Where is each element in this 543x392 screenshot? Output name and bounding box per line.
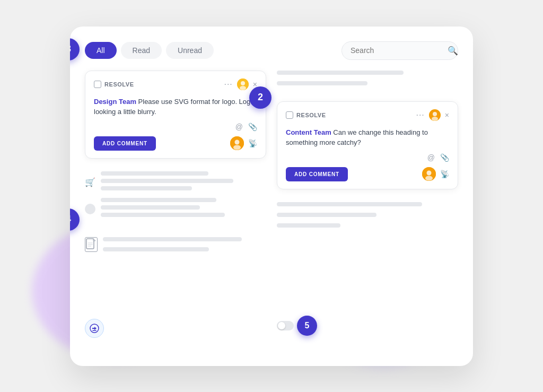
svg-point-13 (432, 117, 438, 121)
left-column: 4 RESOLVE ··· (85, 71, 266, 343)
doc-svg (86, 238, 97, 251)
bottom-line-a (103, 237, 242, 241)
resolve-label-right: RESOLVE (296, 112, 326, 118)
content-area: 4 RESOLVE ··· (85, 71, 458, 343)
add-comment-button-left[interactable]: ADD COMMENT (94, 136, 156, 151)
card-footer-right: ADD COMMENT 📡 (286, 167, 449, 181)
footer-right-right: 📡 (422, 167, 449, 181)
skeleton-row-2 (85, 198, 266, 220)
avatar-icon-left (237, 79, 249, 90)
comment-body-right: Content Team Can we change this heading … (286, 127, 449, 148)
footer-avatar-icon-left (230, 136, 244, 150)
svg-point-1 (241, 81, 245, 85)
svg-rect-6 (86, 239, 94, 249)
footer-avatar-right (422, 167, 436, 181)
badge-5: 5 (297, 316, 317, 336)
skeleton-lines-2 (101, 198, 266, 220)
svg-point-16 (425, 176, 433, 181)
dots-button-left[interactable]: ··· (224, 80, 232, 89)
comment-card-right: RESOLVE ··· × (277, 101, 458, 189)
comment-body-left: Design Team Please use SVG format for lo… (94, 97, 257, 117)
skeleton-lines-1 (101, 171, 266, 194)
comment-tools-right: @ 📎 (286, 153, 449, 162)
comment-card-left: RESOLVE ··· × (85, 71, 266, 159)
filter-tabs: All Read Unread (85, 42, 214, 59)
card-actions-right: ··· × (416, 109, 449, 121)
main-card: 3 All Read Unread 🔍 4 RESOLVE (70, 27, 473, 366)
comment-tools-left: @ 📎 (94, 123, 257, 131)
card-header-left: RESOLVE ··· × (94, 79, 257, 90)
left-bottom-lines (103, 237, 266, 255)
avatar-icon-right (429, 109, 441, 121)
tab-read[interactable]: Read (121, 42, 162, 59)
mention-icon-right[interactable]: @ (427, 153, 435, 162)
skeleton-line-2b (101, 205, 200, 210)
header-row: 3 All Read Unread 🔍 (85, 41, 458, 60)
add-comment-button-right[interactable]: ADD COMMENT (286, 167, 348, 181)
skeleton-line-2a (101, 198, 216, 202)
tab-all[interactable]: All (85, 42, 117, 59)
attach-icon-right[interactable]: 📎 (440, 153, 449, 162)
dots-button-right[interactable]: ··· (416, 110, 424, 120)
right-skel-1 (277, 71, 404, 75)
svg-point-15 (427, 171, 432, 176)
tab-unread[interactable]: Unread (166, 42, 214, 59)
left-bottom-row (85, 237, 266, 255)
card-actions-left: ··· × (224, 79, 257, 90)
right-bot-skel-3 (277, 223, 340, 228)
svg-point-4 (235, 140, 240, 145)
skeleton-line-1c (101, 186, 192, 190)
skeleton-line-2c (101, 213, 225, 217)
avatar-left (237, 79, 249, 90)
skeleton-line-1a (101, 171, 208, 176)
mention-icon-left[interactable]: @ (235, 123, 243, 131)
comment-team-left: Design Team (94, 98, 136, 106)
resolve-button-right[interactable]: RESOLVE (286, 111, 326, 119)
toggle-area: 5 (277, 316, 317, 336)
right-bottom-skeletons (277, 202, 458, 231)
footer-right-left: 📡 (230, 136, 257, 150)
resolve-checkbox-right (286, 111, 293, 119)
badge-2: 2 (249, 86, 272, 109)
search-bar: 🔍 (341, 41, 458, 60)
resolve-label-left: RESOLVE (104, 81, 134, 88)
svg-point-5 (233, 145, 241, 150)
export-icon (90, 324, 99, 333)
svg-point-12 (433, 112, 437, 116)
badge-4: 4 (70, 208, 80, 231)
search-input[interactable] (351, 46, 443, 55)
bottom-line-b (103, 247, 209, 251)
right-skel-2 (277, 81, 367, 85)
avatar-right (429, 109, 441, 121)
skeleton-line-1b (101, 179, 233, 183)
card-footer-left: ADD COMMENT 📡 (94, 136, 257, 151)
card-header-right: RESOLVE ··· × (286, 109, 449, 121)
right-top-skeletons (277, 71, 458, 89)
toggle-switch[interactable] (277, 321, 294, 330)
footer-avatar-icon-right (422, 167, 436, 181)
skeleton-circle-2 (85, 204, 95, 214)
cart-icon: 🛒 (85, 177, 95, 187)
comment-team-right: Content Team (286, 128, 331, 136)
footer-avatar-left (230, 136, 244, 150)
search-icon: 🔍 (448, 46, 458, 56)
skeleton-row-1: 🛒 (85, 171, 266, 194)
rss-icon-left: 📡 (248, 139, 257, 147)
resolve-button-left[interactable]: RESOLVE (94, 81, 134, 88)
svg-point-2 (240, 86, 246, 90)
badge-3: 3 (70, 38, 80, 60)
right-bot-skel-2 (277, 213, 376, 217)
resolve-checkbox-left (94, 81, 101, 88)
export-button[interactable] (85, 319, 104, 338)
doc-icon (85, 237, 98, 252)
rss-icon-right: 📡 (440, 170, 449, 178)
right-column: 2 RESOLVE ··· (277, 71, 458, 343)
close-button-right[interactable]: × (445, 111, 449, 119)
skeleton-section-left: 🛒 (85, 166, 266, 230)
right-bot-skel-1 (277, 202, 422, 206)
attach-icon-left[interactable]: 📎 (248, 123, 257, 131)
